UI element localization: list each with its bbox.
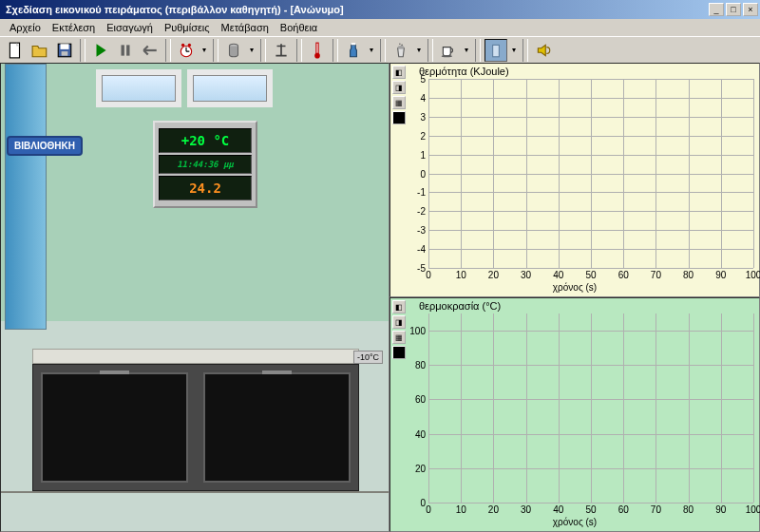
cup-icon[interactable] bbox=[437, 39, 460, 62]
toolbar-separator bbox=[260, 39, 266, 62]
chart-tool-icon[interactable]: ▦ bbox=[392, 331, 406, 344]
cylinder-icon[interactable] bbox=[222, 39, 245, 62]
chart-tool-icon[interactable]: ◧ bbox=[392, 300, 406, 314]
svg-rect-2 bbox=[61, 44, 69, 49]
counter-top bbox=[32, 349, 359, 364]
shaker-dropdown[interactable]: ▾ bbox=[414, 46, 424, 54]
chart-title: θερμότητα (KJoule) bbox=[419, 66, 509, 77]
toolbar-separator bbox=[80, 39, 86, 62]
svg-rect-10 bbox=[316, 43, 318, 53]
value-display: 24.2 bbox=[159, 176, 252, 200]
menu-run[interactable]: Εκτέλεση bbox=[47, 20, 101, 35]
svg-point-13 bbox=[398, 45, 405, 48]
chart-tool-icon[interactable]: ◨ bbox=[392, 315, 406, 329]
title-bar: Σχεδίαση εικονικού πειράματος (περιβάλλο… bbox=[0, 0, 760, 19]
chart-tool-icon[interactable]: ▦ bbox=[392, 96, 406, 109]
cylinder-dropdown[interactable]: ▾ bbox=[247, 46, 256, 54]
toolbar-separator bbox=[296, 39, 302, 62]
rewind-icon[interactable] bbox=[139, 39, 162, 62]
toolbar-separator bbox=[522, 39, 528, 62]
window-title: Σχεδίαση εικονικού πειράματος (περιβάλλο… bbox=[2, 4, 709, 15]
pause-icon[interactable] bbox=[114, 39, 137, 62]
svg-rect-12 bbox=[352, 43, 356, 45]
content-area: ΒΙΒΛΙΟΘΗΚΗ +20 °C 11:44:36 μμ 24.2 -10°C… bbox=[0, 63, 760, 532]
clock-display: 11:44:36 μμ bbox=[159, 155, 252, 174]
toolbar-separator bbox=[332, 39, 338, 62]
svg-point-15 bbox=[401, 44, 403, 46]
svg-rect-3 bbox=[62, 51, 68, 56]
chart-plot-area: -5-4-3-2-10123450102030405060708090100 bbox=[428, 79, 753, 268]
chart-xlabel: χρόνος (s) bbox=[553, 517, 597, 527]
toolbar-separator bbox=[380, 39, 386, 62]
chart-save-icon[interactable] bbox=[392, 346, 406, 359]
chart-save-icon[interactable] bbox=[392, 111, 406, 124]
lab-counter bbox=[32, 349, 359, 491]
door bbox=[5, 64, 47, 330]
shaker-icon[interactable] bbox=[390, 39, 412, 62]
svg-rect-5 bbox=[126, 45, 129, 55]
lab-windows bbox=[96, 69, 273, 107]
chart-side-tools: ◧ ◨ ▦ bbox=[390, 298, 408, 361]
menu-bar: Αρχείο Εκτέλεση Εισαγωγή Ρυθμίσεις Μετάβ… bbox=[0, 19, 760, 36]
chart-side-tools: ◧ ◨ ▦ bbox=[390, 64, 408, 126]
counter-body bbox=[32, 364, 359, 491]
cup-dropdown[interactable]: ▾ bbox=[462, 46, 471, 54]
toolbar: ▾ ▾ ▾ ▾ ▾ ▾ bbox=[0, 36, 760, 63]
svg-rect-17 bbox=[493, 45, 500, 56]
menu-goto[interactable]: Μετάβαση bbox=[216, 20, 275, 35]
toolbar-separator bbox=[428, 39, 433, 62]
chart-title: θερμοκρασία (°C) bbox=[419, 300, 501, 312]
maximize-button[interactable]: □ bbox=[726, 3, 741, 16]
svg-point-16 bbox=[442, 55, 452, 57]
stand-icon[interactable] bbox=[270, 39, 293, 62]
menu-help[interactable]: Βοήθεια bbox=[275, 20, 323, 35]
save-file-icon[interactable] bbox=[53, 39, 76, 62]
menu-insert[interactable]: Εισαγωγή bbox=[101, 20, 159, 35]
chart-tool-icon[interactable]: ◧ bbox=[392, 66, 406, 79]
svg-point-8 bbox=[188, 43, 191, 46]
play-icon[interactable] bbox=[89, 39, 112, 62]
library-label: ΒΙΒΛΙΟΘΗΚΗ bbox=[7, 136, 83, 156]
speaker-icon[interactable] bbox=[532, 39, 555, 62]
toolbar-separator bbox=[213, 39, 218, 62]
temperature-chart[interactable]: ◧ ◨ ▦ θερμοκρασία (°C) 02040608010001020… bbox=[390, 297, 760, 532]
chart-tool-icon[interactable]: ◨ bbox=[392, 81, 406, 94]
bottle-dropdown[interactable]: ▾ bbox=[367, 46, 376, 54]
charts-panel: ◧ ◨ ▦ θερμότητα (KJoule) -5-4-3-2-101234… bbox=[390, 63, 760, 532]
open-file-icon[interactable] bbox=[28, 39, 51, 62]
fridge-temp-label: -10°C bbox=[353, 351, 383, 364]
cabinet-door[interactable] bbox=[41, 372, 188, 483]
heat-chart[interactable]: ◧ ◨ ▦ θερμότητα (KJoule) -5-4-3-2-101234… bbox=[390, 63, 760, 297]
close-button[interactable]: × bbox=[743, 3, 758, 16]
svg-rect-4 bbox=[122, 45, 124, 55]
chart-plot-area: 0204060801000102030405060708090100 bbox=[428, 314, 753, 503]
svg-point-14 bbox=[399, 43, 401, 45]
cabinet-door[interactable] bbox=[203, 372, 351, 483]
clock-dropdown[interactable]: ▾ bbox=[200, 46, 209, 54]
floor-line bbox=[1, 491, 389, 493]
lab-scene[interactable]: ΒΙΒΛΙΟΘΗΚΗ +20 °C 11:44:36 μμ 24.2 -10°C bbox=[0, 63, 390, 532]
clock-icon[interactable] bbox=[175, 39, 198, 62]
window-pane bbox=[96, 69, 181, 107]
menu-settings[interactable]: Ρυθμίσεις bbox=[159, 20, 216, 35]
temperature-display: +20 °C bbox=[159, 128, 252, 153]
thermometer-icon[interactable] bbox=[306, 39, 329, 62]
new-file-icon[interactable] bbox=[4, 39, 27, 62]
glass-dropdown[interactable]: ▾ bbox=[509, 46, 519, 54]
menu-file[interactable]: Αρχείο bbox=[4, 20, 47, 35]
svg-point-7 bbox=[181, 43, 184, 46]
svg-point-11 bbox=[314, 52, 320, 58]
window-controls: _ □ × bbox=[709, 3, 758, 16]
glass-icon[interactable] bbox=[484, 39, 507, 62]
toolbar-separator bbox=[165, 39, 171, 62]
toolbar-separator bbox=[475, 39, 481, 62]
minimize-button[interactable]: _ bbox=[709, 3, 724, 16]
display-panel[interactable]: +20 °C 11:44:36 μμ 24.2 bbox=[153, 121, 257, 208]
window-pane bbox=[187, 69, 273, 107]
chart-xlabel: χρόνος (s) bbox=[553, 282, 597, 293]
bottle-icon[interactable] bbox=[342, 39, 365, 62]
